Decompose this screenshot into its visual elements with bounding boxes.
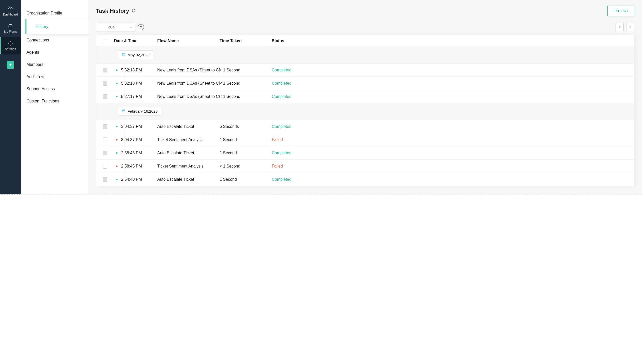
help-button[interactable]: ? <box>138 24 144 30</box>
time-text: 2:58:45 PM <box>121 151 142 155</box>
date-group-header: May 02,2023 <box>96 47 634 64</box>
sidebar-item-audit-trail[interactable]: Audit Trail <box>21 71 88 83</box>
time-taken-cell: < 1 Second <box>220 81 272 86</box>
rail-item-label: Settings <box>5 47 16 51</box>
sidebar-item-agents[interactable]: Agents <box>21 46 88 58</box>
table-row[interactable]: 5:32:18 PMNew Leals from DSAs (Sheet to … <box>96 77 634 90</box>
sidebar-item-label: Audit Trail <box>26 74 45 79</box>
sidebar-item-members[interactable]: Members <box>21 58 88 71</box>
sidebar-item-label: Agents <box>26 50 39 54</box>
table-header: Date & Time Flow Name Time Taken Status <box>96 35 634 47</box>
page-title-text: Task History <box>96 8 129 14</box>
calendar-icon <box>122 109 125 113</box>
flow-name-cell: Auto Escalate Ticket <box>157 177 220 182</box>
flow-name-cell: New Leals from DSAs (Sheet to CRM) <box>157 81 220 86</box>
column-date-time: Date & Time <box>114 39 157 43</box>
rail-item-dashboard[interactable]: Dashboard <box>0 3 21 20</box>
status-dot-icon <box>116 126 118 127</box>
rail-item-settings[interactable]: Settings <box>0 37 21 54</box>
row-checkbox[interactable] <box>103 164 107 169</box>
time-cell: 2:58:45 PM <box>114 164 157 169</box>
status-cell: Completed <box>272 94 314 99</box>
sidebar-item-support-access[interactable]: Support Access <box>21 83 88 95</box>
sidebar-item-custom-functions[interactable]: Custom Functions <box>21 95 88 107</box>
table-row[interactable]: 5:32:18 PMNew Leals from DSAs (Sheet to … <box>96 64 634 77</box>
export-button[interactable]: EXPORT <box>607 6 634 16</box>
flow-icon <box>8 23 13 29</box>
flow-name-cell: Auto Escalate Ticket <box>157 124 220 129</box>
main-panel: Task History EXPORT RUN ? <box>88 0 642 194</box>
time-taken-cell: 6 Seconds <box>220 124 272 129</box>
time-cell: 2:58:45 PM <box>114 151 157 155</box>
status-dot-icon <box>116 179 118 180</box>
row-checkbox[interactable] <box>103 124 107 129</box>
column-status: Status <box>272 39 314 43</box>
time-text: 5:27:17 PM <box>121 94 142 99</box>
row-checkbox[interactable] <box>103 151 107 155</box>
flow-name-cell: Auto Escalate Ticket <box>157 151 220 155</box>
row-checkbox[interactable] <box>103 81 107 86</box>
history-table: Date & Time Flow Name Time Taken Status … <box>96 35 634 186</box>
sidebar-item-connections[interactable]: Connections <box>21 34 88 46</box>
flow-name-cell: Ticket Sentiment Analysis <box>157 138 220 142</box>
time-taken-cell: 1 Second <box>220 138 272 142</box>
row-checkbox[interactable] <box>103 94 107 99</box>
sidebar-item-label: Organization Profile <box>26 11 62 15</box>
time-cell: 3:04:37 PM <box>114 138 157 142</box>
status-cell: Completed <box>272 81 314 86</box>
refresh-icon[interactable] <box>132 8 136 14</box>
sidebar-subitem-history[interactable]: History <box>25 19 96 34</box>
sidebar-sub: History <box>25 19 96 34</box>
plus-icon: + <box>9 62 12 68</box>
chevron-down-icon[interactable] <box>127 23 135 32</box>
sidebar-item-label: History <box>36 24 48 29</box>
crop-divider <box>0 194 642 194</box>
status-dot-icon <box>116 165 118 167</box>
settings-sidebar: Organization Profile History Connections… <box>21 0 88 194</box>
status-cell: Completed <box>272 68 314 72</box>
status-cell: Completed <box>272 151 314 155</box>
table-row[interactable]: 5:27:17 PMNew Leals from DSAs (Sheet to … <box>96 90 634 103</box>
sidebar-item-label: Members <box>26 62 44 67</box>
status-cell: Failed <box>272 164 314 169</box>
run-split-button[interactable]: RUN <box>96 23 135 32</box>
row-checkbox[interactable] <box>103 68 107 72</box>
export-label: EXPORT <box>613 9 629 13</box>
table-row[interactable]: 3:04:37 PMTicket Sentiment Analysis1 Sec… <box>96 133 634 146</box>
time-text: 2:58:45 PM <box>121 164 142 169</box>
time-text: 3:04:37 PM <box>121 124 142 129</box>
date-label: February 16,2023 <box>127 109 158 113</box>
sidebar-item-org-profile[interactable]: Organization Profile <box>21 7 88 19</box>
date-label: May 02,2023 <box>127 53 150 57</box>
time-taken-cell: 1 Second <box>220 151 272 155</box>
time-text: 3:04:37 PM <box>121 138 142 142</box>
row-checkbox[interactable] <box>103 138 107 142</box>
run-label[interactable]: RUN <box>96 23 127 32</box>
table-row[interactable]: 3:04:37 PMAuto Escalate Ticket6 SecondsC… <box>96 120 634 133</box>
toolbar-row: RUN ? <box>96 23 634 32</box>
date-badge: May 02,2023 <box>118 50 153 59</box>
select-all-checkbox[interactable] <box>103 39 107 43</box>
row-checkbox[interactable] <box>103 177 107 182</box>
icon-rail: Dashboard My Flows Settings + <box>0 0 21 194</box>
date-badge: February 16,2023 <box>118 107 161 116</box>
sidebar-item-label: Support Access <box>26 87 55 91</box>
table-row[interactable]: 2:54:40 PMAuto Escalate Ticket1 SecondCo… <box>96 173 634 186</box>
rail-item-myflows[interactable]: My Flows <box>0 20 21 37</box>
pager-next-button[interactable] <box>626 23 634 31</box>
time-taken-cell: 1 Second <box>220 177 272 182</box>
status-dot-icon <box>116 96 118 97</box>
status-cell: Completed <box>272 177 314 182</box>
svg-point-2 <box>10 43 11 44</box>
table-row[interactable]: 2:58:45 PMAuto Escalate Ticket1 SecondCo… <box>96 146 634 160</box>
table-body: May 02,20235:32:18 PMNew Leals from DSAs… <box>96 47 634 186</box>
pager-prev-button[interactable] <box>616 23 624 31</box>
time-cell: 2:54:40 PM <box>114 177 157 182</box>
flow-name-cell: Ticket Sentiment Analysis <box>157 164 220 169</box>
time-taken-cell: < 1 Second <box>220 94 272 99</box>
status-cell: Failed <box>272 138 314 142</box>
time-cell: 5:32:18 PM <box>114 81 157 86</box>
add-button[interactable]: + <box>7 61 14 69</box>
gauge-icon <box>8 6 13 12</box>
table-row[interactable]: 2:58:45 PMTicket Sentiment Analysis< 1 S… <box>96 160 634 173</box>
